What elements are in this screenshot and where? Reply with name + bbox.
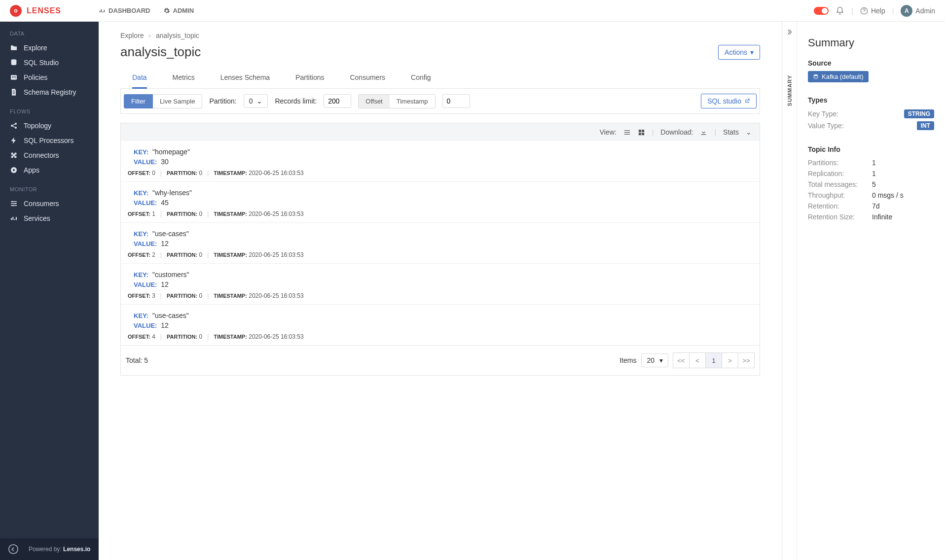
user-menu[interactable]: A Admin: [901, 5, 935, 17]
svg-point-9: [13, 169, 15, 171]
breadcrumb-current: analysis_topic: [156, 32, 199, 39]
page-next[interactable]: >: [722, 352, 738, 368]
summary-pane: Summary Source Kafka (default) Types Key…: [797, 22, 945, 560]
total-label: Total: 5: [126, 356, 148, 364]
data-panel: View: | Download: | Stats ⌄ KEY: "homepa…: [120, 123, 760, 376]
record-row[interactable]: KEY: "use-cases"VALUE: 12OFFSET: 4|PARTI…: [121, 304, 760, 345]
download-label: Download:: [660, 128, 693, 136]
list-view-icon[interactable]: [623, 129, 631, 136]
sidebar-item-services[interactable]: Services: [0, 211, 99, 226]
live-toggle[interactable]: [814, 7, 829, 15]
record-row[interactable]: KEY: "homepage"VALUE: 30OFFSET: 0|PARTIT…: [121, 141, 760, 181]
topic-info-label: Topic Info: [808, 145, 934, 153]
avatar: A: [901, 5, 912, 17]
filterbar: Filter Live Sample Partition: 0 ⌄ Record…: [120, 89, 760, 114]
help-icon: [860, 7, 868, 15]
bell-icon[interactable]: [836, 6, 844, 15]
sidebar-item-explore[interactable]: Explore: [0, 40, 99, 55]
help-link[interactable]: Help: [860, 7, 885, 15]
info-row: Retention Size:Infinite: [808, 211, 934, 222]
tab-partitions[interactable]: Partitions: [295, 69, 324, 88]
svg-point-11: [14, 203, 16, 205]
info-row: Partitions:1: [808, 157, 934, 168]
tab-config[interactable]: Config: [411, 69, 431, 88]
types-label: Types: [808, 96, 934, 104]
key-type-tag: STRING: [904, 109, 934, 118]
sidebar-item-consumers[interactable]: Consumers: [0, 196, 99, 211]
chevron-down-icon[interactable]: ⌄: [746, 128, 752, 136]
page-size-select[interactable]: 20 ▾: [641, 353, 668, 367]
document-icon: [10, 88, 18, 96]
page-current[interactable]: 1: [705, 352, 722, 368]
page-title: analysis_topic: [120, 44, 201, 60]
grid-view-icon[interactable]: [638, 129, 645, 136]
record-row[interactable]: KEY: "customers"VALUE: 12OFFSET: 3|PARTI…: [121, 263, 760, 304]
info-row: Replication:1: [808, 168, 934, 179]
summary-heading: Summary: [808, 36, 934, 49]
livesample-button[interactable]: Live Sample: [153, 94, 203, 108]
value-type-tag: INT: [917, 121, 934, 130]
record-row[interactable]: KEY: "use-cases"VALUE: 12OFFSET: 2|PARTI…: [121, 222, 760, 263]
sidebar-item-policies[interactable]: Policies: [0, 70, 99, 85]
info-row: Total messages:5: [808, 179, 934, 190]
svg-point-14: [814, 74, 818, 76]
record-row[interactable]: KEY: "why-lenses"VALUE: 45OFFSET: 1|PART…: [121, 181, 760, 222]
partition-label: Partition:: [209, 97, 236, 105]
offset-timestamp-toggle: Offset Timestamp: [358, 94, 435, 108]
sidebar-section-flows: FLOWS: [0, 100, 99, 118]
database-icon: [813, 74, 819, 80]
content: Explore › analysis_topic analysis_topic …: [99, 22, 782, 560]
nav-dashboard[interactable]: DASHBOARD: [99, 7, 150, 14]
topnav: DASHBOARD ADMIN: [99, 7, 194, 14]
summary-tab-strip[interactable]: SUMMARY: [782, 22, 797, 560]
offset-input[interactable]: [442, 94, 470, 108]
caret-down-icon: ▾: [659, 356, 663, 364]
page-prev[interactable]: <: [689, 352, 706, 368]
back-circle-icon[interactable]: [8, 544, 19, 555]
folder-icon: [10, 44, 18, 52]
svg-point-4: [12, 76, 14, 78]
stats-label[interactable]: Stats: [723, 128, 739, 136]
logo[interactable]: LENSES: [10, 5, 99, 17]
info-row: Retention:7d: [808, 201, 934, 211]
page-first[interactable]: <<: [673, 352, 690, 368]
filter-button[interactable]: Filter: [124, 94, 153, 108]
tab-metrics[interactable]: Metrics: [173, 69, 195, 88]
actions-button[interactable]: Actions ▾: [718, 45, 760, 60]
page-last[interactable]: >>: [738, 352, 755, 368]
nav-admin-top[interactable]: ADMIN: [163, 7, 194, 14]
sidebar-item-sqlstudio[interactable]: SQL Studio: [0, 55, 99, 70]
tabs: Data Metrics Lenses Schema Partitions Co…: [120, 69, 760, 89]
download-icon[interactable]: [700, 129, 707, 136]
share-icon: [10, 122, 18, 130]
tab-lenses-schema[interactable]: Lenses Schema: [220, 69, 270, 88]
records-limit-input[interactable]: [324, 94, 351, 108]
sidebar-section-monitor: MONITOR: [0, 177, 99, 196]
source-chip[interactable]: Kafka (default): [808, 71, 869, 82]
external-link-icon: [744, 98, 750, 104]
sql-studio-button[interactable]: SQL studio: [701, 94, 757, 108]
key-type-label: Key Type:: [808, 110, 838, 118]
topbar: LENSES DASHBOARD ADMIN | Help | A Admin: [0, 0, 945, 22]
sidebar-item-schemaregistry[interactable]: Schema Registry: [0, 85, 99, 100]
data-toolbar: View: | Download: | Stats ⌄: [121, 123, 760, 141]
svg-point-0: [15, 9, 17, 12]
expand-icon[interactable]: [786, 29, 793, 35]
tab-data[interactable]: Data: [132, 69, 147, 89]
tab-consumers[interactable]: Consumers: [350, 69, 385, 88]
sidebar-item-topology[interactable]: Topology: [0, 118, 99, 133]
caret-down-icon: ▾: [750, 48, 754, 56]
pager: Total: 5 Items 20 ▾ << < 1 > >>: [121, 345, 760, 375]
disc-icon: [10, 166, 18, 174]
sidebar-item-connectors[interactable]: Connectors: [0, 148, 99, 163]
breadcrumb-root[interactable]: Explore: [120, 32, 144, 39]
sidebar-item-apps[interactable]: Apps: [0, 163, 99, 177]
offset-toggle[interactable]: Offset: [359, 95, 389, 108]
puzzle-icon: [10, 151, 18, 159]
sidebar-item-sqlprocessors[interactable]: SQL Processors: [0, 133, 99, 148]
divider: |: [892, 7, 894, 15]
bar-chart-icon: [10, 214, 18, 222]
partition-select[interactable]: 0 ⌄: [244, 94, 268, 108]
bolt-icon: [10, 137, 18, 144]
timestamp-toggle[interactable]: Timestamp: [390, 95, 435, 108]
